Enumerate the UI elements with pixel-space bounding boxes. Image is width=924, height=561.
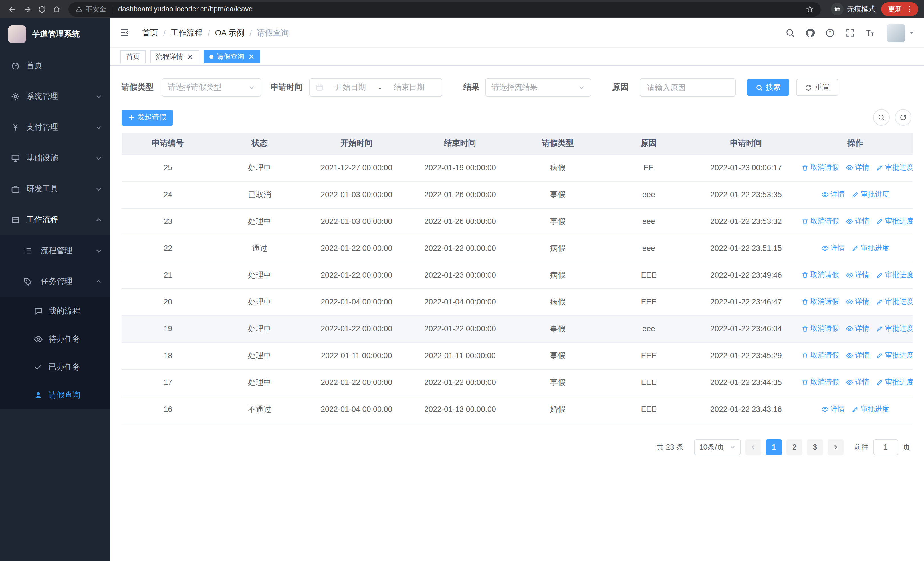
breadcrumb-item[interactable]: 首页 — [142, 28, 158, 38]
prev-page-button[interactable] — [746, 439, 761, 455]
page-size-select[interactable]: 10条/页 — [694, 439, 741, 455]
action-progress-link[interactable]: 审批进度 — [852, 243, 889, 253]
browser-forward-button[interactable] — [20, 2, 34, 17]
sidebar-item-my-process[interactable]: 我的流程 — [0, 297, 110, 325]
tab-label: 首页 — [126, 52, 140, 62]
table-search-toggle-button[interactable] — [873, 109, 890, 126]
breadcrumb-item[interactable]: OA 示例 — [215, 28, 244, 38]
search-button[interactable]: 搜索 — [747, 79, 789, 96]
action-progress-link[interactable]: 审批进度 — [852, 190, 889, 199]
action-detail-link[interactable]: 详情 — [846, 162, 869, 172]
sidebar-collapse-button[interactable] — [119, 27, 131, 39]
help-icon[interactable]: ? — [825, 28, 835, 38]
action-cancel-link[interactable]: 取消请假 — [801, 350, 839, 360]
action-label: 取消请假 — [810, 297, 839, 307]
page-button-3[interactable]: 3 — [807, 439, 823, 455]
sidebar-item-payment[interactable]: 支付管理 — [0, 112, 110, 143]
action-cancel-link[interactable]: 取消请假 — [801, 378, 839, 387]
action-detail-link[interactable]: 详情 — [846, 270, 869, 280]
action-detail-link[interactable]: 详情 — [821, 190, 844, 199]
reset-button[interactable]: 重置 — [796, 79, 838, 96]
cell-leave-type: 婚假 — [512, 396, 603, 423]
bookmark-star-icon[interactable] — [806, 5, 814, 13]
tab-home[interactable]: 首页 — [120, 50, 146, 63]
cell-apply-id: 17 — [122, 369, 214, 396]
page-button-2[interactable]: 2 — [786, 439, 802, 455]
action-label: 审批进度 — [885, 216, 913, 226]
font-size-icon[interactable] — [865, 28, 875, 38]
page-button-1[interactable]: 1 — [766, 439, 782, 455]
close-icon[interactable] — [248, 53, 255, 60]
action-progress-link[interactable]: 审批进度 — [876, 297, 913, 307]
action-detail-link[interactable]: 详情 — [846, 297, 869, 307]
action-cancel-link[interactable]: 取消请假 — [801, 297, 839, 307]
fullscreen-icon[interactable] — [844, 28, 855, 38]
action-progress-link[interactable]: 审批进度 — [876, 378, 913, 387]
sidebar-item-label: 流程管理 — [40, 246, 95, 256]
sidebar-item-done-tasks[interactable]: 已办任务 — [0, 353, 110, 381]
action-detail-link[interactable]: 详情 — [846, 216, 869, 226]
apply-time-range-picker[interactable]: 开始日期 - 结束日期 — [309, 78, 442, 96]
row-actions: 取消请假详情审批进度 — [798, 369, 913, 396]
action-detail-link[interactable]: 详情 — [821, 243, 844, 253]
action-progress-link[interactable]: 审批进度 — [852, 404, 889, 414]
next-page-button[interactable] — [828, 439, 843, 455]
github-icon[interactable] — [805, 28, 815, 38]
table-refresh-button[interactable] — [895, 109, 912, 126]
action-progress-link[interactable]: 审批进度 — [876, 270, 913, 280]
action-progress-link[interactable]: 审批进度 — [876, 350, 913, 360]
action-cancel-link[interactable]: 取消请假 — [801, 323, 839, 333]
app-header: 首页 / 工作流程 / OA 示例 / 请假查询 ? — [110, 18, 924, 48]
breadcrumb-item[interactable]: 工作流程 — [171, 28, 202, 38]
sidebar-item-task-management[interactable]: 任务管理 — [0, 266, 110, 297]
cell-start-time: 2021-12-27 00:00:00 — [305, 154, 408, 181]
create-leave-button[interactable]: 发起请假 — [122, 110, 173, 125]
address-bar[interactable]: 不安全 dashboard.yudao.iocoder.cn/bpm/oa/le… — [69, 2, 821, 16]
browser-back-button[interactable] — [4, 2, 20, 17]
action-cancel-link[interactable]: 取消请假 — [801, 216, 839, 226]
sidebar-item-leave-query[interactable]: 请假查询 — [0, 381, 110, 409]
sidebar-item-process-management[interactable]: 流程管理 — [0, 235, 110, 266]
sidebar-item-home[interactable]: 首页 — [0, 50, 110, 81]
action-cancel-link[interactable]: 取消请假 — [801, 270, 839, 280]
goto-page-input[interactable] — [873, 439, 898, 455]
cell-apply-time: 2022-01-22 23:53:32 — [694, 208, 798, 235]
url-text[interactable]: dashboard.yudao.iocoder.cn/bpm/oa/leave — [118, 5, 252, 13]
action-progress-link[interactable]: 审批进度 — [876, 162, 913, 172]
action-progress-link[interactable]: 审批进度 — [876, 216, 913, 226]
close-icon[interactable] — [187, 53, 194, 60]
action-detail-link[interactable]: 详情 — [846, 350, 869, 360]
security-status[interactable]: 不安全 — [75, 4, 106, 14]
app-logo[interactable]: 芋道管理系统 — [0, 18, 110, 50]
search-button-label: 搜索 — [766, 82, 781, 93]
sidebar-item-infrastructure[interactable]: 基础设施 — [0, 143, 110, 174]
cell-apply-time: 2022-01-22 23:53:35 — [694, 181, 798, 208]
result-select[interactable]: 请选择流结果 — [485, 78, 591, 96]
tab-leave-query[interactable]: 请假查询 — [204, 50, 260, 63]
table-row: 19 处理中 2022-01-22 00:00:00 2022-01-22 00… — [122, 315, 913, 342]
leave-type-select[interactable]: 请选择请假类型 — [162, 78, 261, 96]
reset-button-label: 重置 — [815, 82, 830, 93]
sidebar-item-todo-tasks[interactable]: 待办任务 — [0, 325, 110, 353]
browser-update-menu-button[interactable]: 更新 — [881, 2, 918, 16]
edit-icon — [876, 352, 884, 359]
action-cancel-link[interactable]: 取消请假 — [801, 162, 839, 172]
reload-icon — [38, 5, 46, 14]
action-detail-link[interactable]: 详情 — [846, 378, 869, 387]
edit-icon — [852, 244, 859, 252]
user-menu[interactable] — [887, 24, 915, 42]
action-progress-link[interactable]: 审批进度 — [876, 323, 913, 333]
start-date-placeholder: 开始日期 — [324, 82, 378, 93]
page-size-value: 10条/页 — [699, 442, 724, 452]
sidebar-item-dev-tools[interactable]: 研发工具 — [0, 174, 110, 205]
tab-process-detail[interactable]: 流程详情 — [150, 50, 199, 63]
reason-input[interactable] — [640, 78, 736, 96]
action-detail-link[interactable]: 详情 — [846, 323, 869, 333]
search-icon[interactable] — [785, 28, 795, 38]
sidebar-item-system[interactable]: 系统管理 — [0, 81, 110, 112]
browser-reload-button[interactable] — [34, 2, 49, 17]
browser-home-button[interactable] — [49, 2, 64, 17]
sidebar-item-workflow[interactable]: 工作流程 — [0, 205, 110, 235]
action-detail-link[interactable]: 详情 — [821, 404, 844, 414]
column-header: 结束时间 — [408, 132, 512, 154]
